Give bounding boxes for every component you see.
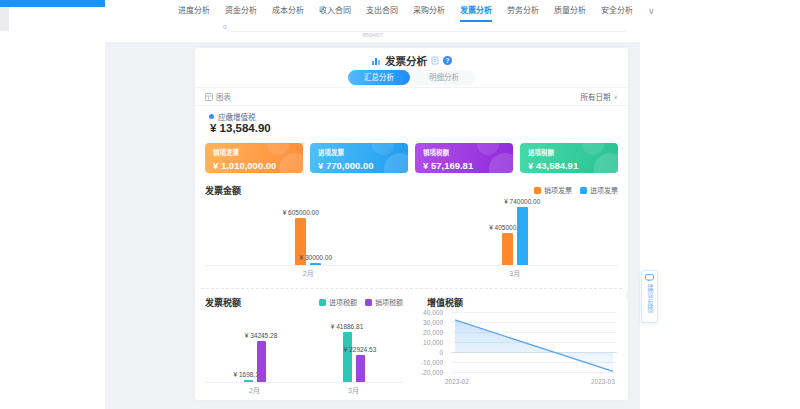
- bar-value-label: ¥ 34245.28: [245, 332, 278, 339]
- stat-card-row: 销项发票¥ 1,010,000.00进项发票¥ 770,000.00销项税额¥ …: [205, 143, 618, 173]
- feedback-widget[interactable]: 建议反馈: [641, 270, 658, 323]
- invoice-tax-chart-title: 发票税额: [205, 296, 241, 309]
- y-axis-label: 0: [439, 349, 443, 356]
- view-switch-label: 图表: [216, 91, 231, 102]
- x-axis-label: 3月: [495, 268, 535, 278]
- invoice-amount-x-labels: 2月3月: [205, 268, 618, 278]
- stat-card-value: ¥ 43,584.91: [528, 160, 610, 171]
- chart-bar: ¥ 41886.81: [343, 332, 352, 382]
- stat-card-label: 进项税额: [528, 147, 610, 157]
- stat-card: 销项税额¥ 57,169.81: [415, 143, 513, 173]
- y-axis-label: 40,000: [423, 309, 443, 316]
- y-axis-label: 20,000: [423, 329, 443, 336]
- chart-bar: ¥ 34245.28: [257, 341, 266, 382]
- dashed-divider: [201, 288, 622, 289]
- help-icon[interactable]: ?: [443, 56, 452, 65]
- chevron-down-icon[interactable]: ∨: [648, 6, 665, 16]
- invoice-tax-x-labels: 2月3月: [205, 385, 403, 395]
- bar-group: ¥ 1698.10¥ 34245.28: [244, 341, 266, 382]
- legend-swatch-icon: [319, 299, 326, 306]
- bullet-dot-icon: [209, 114, 214, 119]
- stat-card-label: 销项税额: [423, 147, 505, 157]
- vat-payable-label-row: 应缴增值税: [209, 111, 256, 122]
- invoice-amount-legend: 销项发票进项发票: [534, 185, 618, 195]
- invoice-amount-chart-title: 发票金额: [205, 184, 241, 197]
- bar-chart-icon: [371, 56, 381, 66]
- vat-payable-label: 应缴增值税: [218, 111, 256, 122]
- nav-tab[interactable]: 发票分析: [460, 0, 492, 22]
- y-axis-label: 30,000: [423, 319, 443, 326]
- legend-item[interactable]: 销项税额: [365, 297, 403, 307]
- legend-item[interactable]: 进项税额: [319, 297, 357, 307]
- nav-tab[interactable]: 安全分析: [601, 0, 633, 22]
- invoice-tax-bar-chart: ¥ 1698.10¥ 34245.28¥ 41886.81¥ 22924.53 …: [205, 333, 403, 395]
- x-axis-label: 3月: [334, 385, 374, 395]
- legend-swatch-icon: [580, 187, 587, 194]
- stat-card: 进项发票¥ 770,000.00: [310, 143, 408, 173]
- invoice-analysis-panel: 发票分析 ? 汇总分析 明细分析 图表: [195, 48, 628, 400]
- legend-item[interactable]: 进项发票: [580, 185, 618, 195]
- left-scroll-block: [0, 7, 9, 31]
- vat-payable-value: ¥ 13,584.90: [210, 122, 271, 134]
- remnant-value: 869467: [105, 32, 640, 38]
- report-doc-icon[interactable]: [431, 56, 439, 65]
- legend-label: 进项税额: [329, 297, 357, 307]
- chat-bubble-icon: [645, 274, 654, 282]
- bar-group: ¥ 605000.00¥ 30000.00: [295, 218, 321, 265]
- vat-line-chart: [451, 312, 617, 373]
- chart-bar: ¥ 405000.00: [502, 233, 513, 265]
- nav-tab[interactable]: 进度分析: [178, 0, 210, 22]
- date-filter-label: 所有日期: [581, 91, 611, 102]
- view-switch[interactable]: 图表: [205, 91, 231, 102]
- stat-card-value: ¥ 770,000.00: [318, 160, 400, 171]
- app-viewport: 进度分析资金分析成本分析收入合同支出合同采购分析发票分析劳务分析质量分析安全分析…: [105, 0, 640, 409]
- toggle-detail-analysis[interactable]: 明细分析: [413, 70, 475, 85]
- nav-tab[interactable]: 支出合同: [366, 0, 398, 22]
- chart-bar: ¥ 22924.53: [356, 355, 365, 382]
- grid-view-icon: [205, 93, 213, 101]
- bar-value-label: ¥ 30000.00: [299, 254, 332, 261]
- legend-label: 进项发票: [590, 185, 618, 195]
- legend-swatch-icon: [365, 299, 372, 306]
- x-axis-label: 2月: [235, 385, 275, 395]
- stat-card: 进项税额¥ 43,584.91: [520, 143, 618, 173]
- x-axis-label: 2023-02: [445, 378, 469, 385]
- panel-title-row: 发票分析 ?: [195, 53, 628, 68]
- invoice-tax-legend: 进项税额销项税额: [275, 297, 403, 307]
- stat-card: 销项发票¥ 1,010,000.00: [205, 143, 303, 173]
- nav-tab[interactable]: 劳务分析: [507, 0, 539, 22]
- vat-line-y-axis: 40,00030,00020,00010,0000-10,000-20,000: [417, 312, 447, 382]
- chevron-down-icon: ∨: [614, 93, 618, 100]
- bar-group: ¥ 405000.00¥ 740000.00: [502, 207, 528, 265]
- legend-item[interactable]: 销项发票: [534, 185, 572, 195]
- analysis-mode-toggle: 汇总分析 明细分析: [195, 70, 628, 85]
- y-axis-label: -20,000: [421, 369, 443, 376]
- invoice-amount-bars: ¥ 605000.00¥ 30000.00¥ 405000.00¥ 740000…: [205, 208, 618, 266]
- legend-label: 销项税额: [375, 297, 403, 307]
- toggle-summary-analysis[interactable]: 汇总分析: [348, 70, 410, 85]
- nav-tab[interactable]: 采购分析: [413, 0, 445, 22]
- screenshot-stage: 进度分析资金分析成本分析收入合同支出合同采购分析发票分析劳务分析质量分析安全分析…: [0, 0, 800, 409]
- invoice-amount-bar-chart: ¥ 605000.00¥ 30000.00¥ 405000.00¥ 740000…: [205, 208, 618, 278]
- chart-bar: ¥ 740000.00: [517, 207, 528, 265]
- remnant-axis-zero: 0: [223, 24, 226, 30]
- nav-tab[interactable]: 资金分析: [225, 0, 257, 22]
- date-filter[interactable]: 所有日期 ∨: [581, 91, 618, 102]
- page-title: 发票分析: [385, 53, 427, 68]
- nav-tab[interactable]: 成本分析: [272, 0, 304, 22]
- feedback-label: 建议反馈: [645, 284, 655, 314]
- divider: [195, 105, 628, 106]
- legend-swatch-icon: [534, 187, 541, 194]
- stat-card-value: ¥ 1,010,000.00: [213, 160, 295, 171]
- bar-value-label: ¥ 41886.81: [331, 323, 364, 330]
- panel-collapse-handle[interactable]: [626, 288, 634, 303]
- divider: [195, 87, 628, 88]
- bar-group: ¥ 41886.81¥ 22924.53: [343, 332, 365, 382]
- x-axis-label: 2023-03: [591, 378, 615, 385]
- stat-card-label: 进项发票: [318, 147, 400, 157]
- nav-tab[interactable]: 质量分析: [554, 0, 586, 22]
- nav-tab[interactable]: 收入合同: [319, 0, 351, 22]
- bar-value-label: ¥ 740000.00: [504, 198, 540, 205]
- chart-bar: ¥ 30000.00: [310, 263, 321, 265]
- stat-card-value: ¥ 57,169.81: [423, 160, 505, 171]
